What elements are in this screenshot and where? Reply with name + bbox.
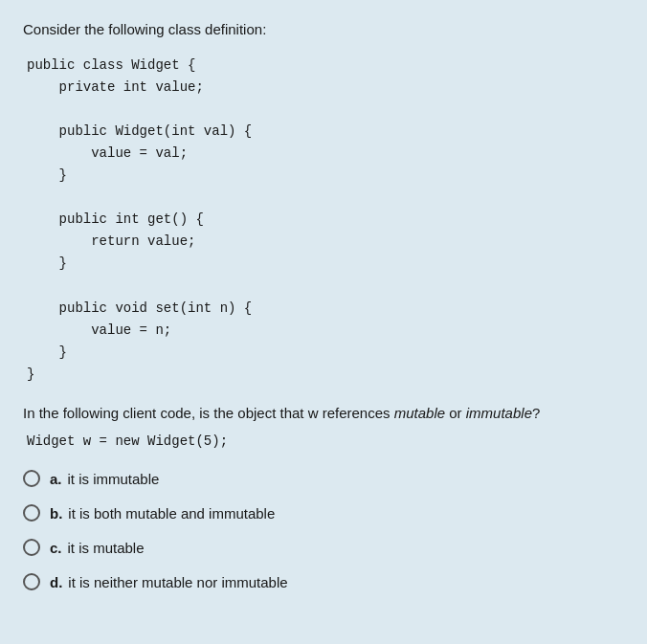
- option-d-label: d.: [50, 574, 62, 590]
- option-d[interactable]: d. it is neither mutable nor immutable: [23, 573, 624, 590]
- option-a-label: a.: [50, 471, 62, 487]
- code-line-6: }: [27, 165, 624, 187]
- code-line-2: private int value;: [27, 77, 624, 99]
- option-b-text: it is both mutable and immutable: [68, 505, 275, 522]
- client-question-text: In the following client code, is the obj…: [23, 403, 624, 425]
- code-line-3: [27, 99, 624, 121]
- code-line-14: }: [27, 342, 624, 364]
- code-line-4: public Widget(int val) {: [27, 121, 624, 143]
- option-a[interactable]: a. it is immutable: [23, 470, 624, 487]
- client-code-line: Widget w = new Widget(5);: [27, 433, 228, 449]
- option-c-label: c.: [50, 540, 62, 556]
- radio-d[interactable]: [23, 573, 40, 590]
- option-d-text: it is neither mutable nor immutable: [68, 574, 287, 590]
- code-line-15: }: [27, 364, 624, 386]
- answer-options: a. it is immutable b. it is both mutable…: [23, 470, 624, 590]
- intro-text: Consider the following class definition:: [23, 19, 624, 41]
- class-code-block: public class Widget { private int value;…: [23, 55, 624, 386]
- code-line-10: }: [27, 253, 624, 275]
- option-c[interactable]: c. it is mutable: [23, 539, 624, 556]
- code-line-9: return value;: [27, 231, 624, 253]
- code-line-7: [27, 187, 624, 209]
- code-line-13: value = n;: [27, 320, 624, 342]
- option-a-text: it is immutable: [68, 471, 160, 487]
- option-b[interactable]: b. it is both mutable and immutable: [23, 504, 624, 522]
- option-c-text: it is mutable: [68, 540, 145, 556]
- code-line-1: public class Widget {: [27, 55, 624, 77]
- radio-a[interactable]: [23, 470, 40, 487]
- client-code-block: Widget w = new Widget(5);: [23, 433, 624, 449]
- radio-b[interactable]: [23, 504, 40, 522]
- option-b-label: b.: [50, 505, 62, 522]
- code-line-5: value = val;: [27, 143, 624, 165]
- code-line-8: public int get() {: [27, 209, 624, 231]
- code-line-11: [27, 275, 624, 297]
- code-line-12: public void set(int n) {: [27, 298, 624, 320]
- radio-c[interactable]: [23, 539, 40, 556]
